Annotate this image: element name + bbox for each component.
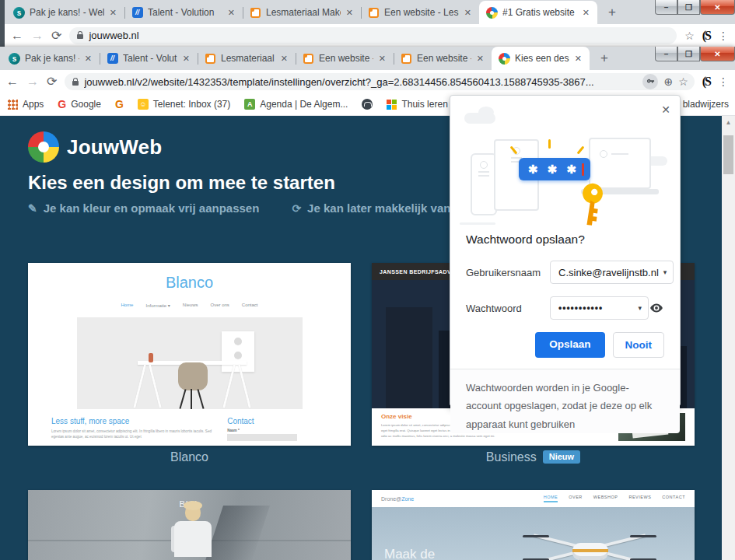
tab-lesmateriaal[interactable]: Lesmateriaal ✕ <box>198 47 296 70</box>
dialog-footer-text: Wachtwoorden worden in je Google-account… <box>450 369 680 433</box>
close-button[interactable]: ✕ <box>700 0 735 15</box>
bookmark-agenda[interactable]: A Agenda | De Algem... <box>244 99 348 110</box>
lessonup-favicon-icon <box>401 53 412 65</box>
template-card-blv[interactable]: BLV. <box>28 490 351 560</box>
password-select[interactable]: ••••••••••• ▾ <box>550 296 649 320</box>
volution-favicon-icon: // <box>107 53 118 65</box>
tab-close-icon[interactable]: ✕ <box>345 8 354 18</box>
tab-close-icon[interactable]: ✕ <box>464 8 472 18</box>
tab-lesmateriaal[interactable]: Lesmateriaal Make ✕ <box>243 1 361 24</box>
address-bar[interactable]: jouwweb.nl <box>69 27 677 44</box>
nav-item: REVIEWS <box>628 495 651 502</box>
minimize-button[interactable]: – <box>655 47 677 61</box>
bookmark-label: Telenet: Inbox (37) <box>153 99 230 110</box>
scrollbar-thumb[interactable] <box>723 135 733 174</box>
address-bar[interactable]: jouwweb.nl/v2/website/1432353/template/i… <box>65 73 694 90</box>
bookmarks-overflow-label[interactable]: bladwijzers <box>683 99 729 110</box>
vase <box>149 353 153 362</box>
template-card-blanco[interactable]: Blanco Home Informatie ▾ Nieuws Over ons… <box>28 263 351 446</box>
nav-item: OVER <box>569 495 583 502</box>
tab-pak-je-kans[interactable]: s Pak je kans! - ✕ <box>2 47 100 70</box>
bookmark-thuis-leren[interactable]: Thuis leren <box>387 99 447 110</box>
tab-talent-volution[interactable]: // Talent - Volut ✕ <box>100 47 198 70</box>
tab-kies-een-design[interactable]: Kies een desig ✕ <box>492 47 590 70</box>
tab-een-website-1[interactable]: Een website - ✕ <box>296 47 394 70</box>
back-button[interactable]: ← <box>6 75 19 88</box>
url-text[interactable]: jouwweb.nl/v2/website/1432353/template/i… <box>84 76 637 88</box>
drone-hero-image: Maak de mooiste beelden <box>372 507 695 560</box>
bookmark-g[interactable]: G <box>115 98 124 110</box>
tab-gratis-website[interactable]: #1 Gratis website n ✕ <box>479 1 597 24</box>
menu-kebab-icon[interactable]: ⋮ <box>718 75 729 88</box>
bookmark-google[interactable]: G Google <box>58 98 101 110</box>
scroll-up-icon[interactable]: ▲ <box>722 116 735 128</box>
telenet-icon: ☺ <box>138 99 149 110</box>
tab-pak-je-kans[interactable]: s Pak je kans! - Welk ✕ <box>6 1 124 24</box>
reload-button[interactable]: ⟳ <box>47 75 57 88</box>
bookmark-telenet[interactable]: ☺ Telenet: Inbox (37) <box>138 99 230 110</box>
lessonup-glyph <box>369 8 379 18</box>
bookmark-star-icon[interactable]: ☆ <box>684 30 695 41</box>
back-button[interactable]: ← <box>11 30 23 42</box>
tab-een-website[interactable]: Een website - Lesm ✕ <box>361 1 479 24</box>
article-heading: Less stuff, more space <box>51 417 212 425</box>
chevron-down-icon[interactable]: ▾ <box>663 268 667 276</box>
blanco-columns: Less stuff, more space Lorem ipsum dolor… <box>51 417 327 441</box>
tab-close-icon[interactable]: ✕ <box>84 54 93 64</box>
nav-item: Home <box>121 303 133 308</box>
template-card-drone[interactable]: Drone@Zone HOME OVER WEBSHOP REVIEWS CON… <box>372 490 695 560</box>
password-key-icon[interactable] <box>642 74 658 89</box>
sharepoint-favicon-icon: s <box>9 53 20 65</box>
new-tab-button[interactable]: + <box>594 48 614 68</box>
bookmark-label: Apps <box>23 99 44 110</box>
minimize-button[interactable]: – <box>655 0 677 15</box>
tab-close-icon[interactable]: ✕ <box>280 54 289 64</box>
zoom-plus-icon[interactable]: ⊕ <box>663 76 673 87</box>
maximize-button[interactable]: ❐ <box>677 47 700 61</box>
forward-button[interactable]: → <box>26 75 39 88</box>
tab-close-icon[interactable]: ✕ <box>378 54 387 64</box>
tab-close-icon[interactable]: ✕ <box>182 54 191 64</box>
back-toolbar: ← → ⟳ jouwweb.nl ☆ (S ⋮ <box>5 24 735 47</box>
tab-title: Pak je kans! - <box>25 53 79 64</box>
bookmark-apps[interactable]: Apps <box>8 99 44 110</box>
jouwweb-favicon-icon <box>486 7 498 19</box>
tab-title: Een website - Lesm <box>384 7 459 18</box>
show-password-eye-icon[interactable] <box>649 300 664 316</box>
url-text[interactable]: jouwweb.nl <box>89 30 670 41</box>
tab-talent-volution[interactable]: // Talent - Volution ✕ <box>124 1 243 24</box>
template-label-business: BusinessNieuw <box>372 450 695 464</box>
bookmark-globe[interactable] <box>362 99 373 110</box>
blanco-contact-form: Contact Naam * <box>227 417 327 441</box>
new-tab-button[interactable]: + <box>602 2 622 23</box>
tab-een-website-2[interactable]: Een website - ✕ <box>394 47 492 70</box>
spark-ray <box>576 145 584 154</box>
tab-close-icon[interactable]: ✕ <box>582 8 590 18</box>
tab-close-icon[interactable]: ✕ <box>109 8 117 18</box>
close-button[interactable]: ✕ <box>700 47 735 61</box>
tab-close-icon[interactable]: ✕ <box>476 54 485 64</box>
lock-icon <box>72 81 79 86</box>
extension-s-icon[interactable]: (S <box>702 29 710 43</box>
chair <box>177 362 209 409</box>
chevron-down-icon[interactable]: ▾ <box>638 304 642 312</box>
key-glyph <box>646 78 655 86</box>
nav-item: Informatie ▾ <box>145 303 170 308</box>
bookmark-label: Thuis leren <box>401 99 447 110</box>
save-button[interactable]: Opslaan <box>535 332 604 358</box>
maximize-button[interactable]: ❐ <box>677 0 700 15</box>
template-label-blanco: Blanco <box>28 450 351 464</box>
sharepoint-favicon-icon: s <box>13 7 25 19</box>
reload-button[interactable]: ⟳ <box>51 30 61 42</box>
forward-button[interactable]: → <box>31 30 44 42</box>
drone-site-logo: Drone@Zone <box>381 496 414 502</box>
tab-close-icon[interactable]: ✕ <box>227 8 236 18</box>
field-label: Naam * <box>227 429 327 432</box>
never-button[interactable]: Nooit <box>613 332 665 358</box>
menu-kebab-icon[interactable]: ⋮ <box>718 30 729 42</box>
username-select[interactable]: C.sinke@ravelijnstb.nl ▾ <box>550 261 674 284</box>
tab-close-icon[interactable]: ✕ <box>574 54 583 64</box>
extension-s-icon[interactable]: (S <box>702 75 710 89</box>
bookmark-star-icon[interactable]: ☆ <box>678 76 688 87</box>
page-scrollbar[interactable]: ▲ <box>722 116 735 560</box>
